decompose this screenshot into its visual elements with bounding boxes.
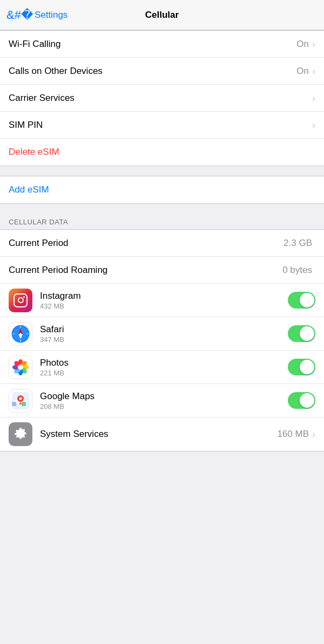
section-gap-1 xyxy=(0,166,324,176)
chevron-left-icon: &#� xyxy=(6,9,33,21)
roaming-value: 0 bytes xyxy=(282,265,312,276)
carrier-services-row[interactable]: Carrier Services › xyxy=(0,85,324,112)
safari-name: Safari xyxy=(40,324,288,335)
google-maps-name: Google Maps xyxy=(40,391,288,402)
cellular-data-section-label: CELLULAR DATA xyxy=(0,214,324,229)
gear-svg xyxy=(13,427,28,442)
page-title: Cellular xyxy=(145,10,179,20)
back-label: Settings xyxy=(35,10,68,20)
chevron-right-icon: › xyxy=(312,39,315,49)
google-maps-toggle[interactable] xyxy=(288,392,315,409)
add-esim-group: Add eSIM xyxy=(0,176,324,204)
instagram-info: Instagram 432 MB xyxy=(40,291,288,310)
add-esim-row[interactable]: Add eSIM xyxy=(0,176,324,203)
safari-compass-svg xyxy=(11,324,30,344)
wifi-calling-row[interactable]: Wi-Fi Calling On › xyxy=(0,31,324,58)
sim-pin-row[interactable]: SIM PIN › xyxy=(0,112,324,139)
google-maps-icon xyxy=(9,389,32,413)
toggle-thumb xyxy=(300,360,314,374)
svg-point-21 xyxy=(19,397,22,400)
instagram-inner-border xyxy=(14,293,28,307)
chevron-right-icon: › xyxy=(312,93,315,103)
section-gap-2 xyxy=(0,204,324,214)
current-period-label: Current Period xyxy=(9,238,284,249)
cellular-data-group: Current Period 2.3 GB Current Period Roa… xyxy=(0,229,324,451)
wifi-calling-value: On xyxy=(296,39,309,50)
instagram-row[interactable]: Instagram 432 MB xyxy=(0,284,324,317)
toggle-thumb xyxy=(300,393,314,408)
delete-esim-row[interactable]: Delete eSIM xyxy=(0,139,324,166)
safari-row[interactable]: Safari 347 MB xyxy=(0,317,324,351)
safari-info: Safari 347 MB xyxy=(40,324,288,344)
instagram-flash-icon xyxy=(23,296,25,298)
system-services-row[interactable]: System Services 160 MB › xyxy=(0,417,324,451)
safari-toggle[interactable] xyxy=(288,325,315,342)
photos-info: Photos 221 MB xyxy=(40,358,288,377)
google-maps-size: 208 MB xyxy=(40,402,288,410)
photos-size: 221 MB xyxy=(40,369,288,377)
calls-other-devices-label: Calls on Other Devices xyxy=(9,66,296,77)
system-services-icon xyxy=(9,422,32,446)
photos-toggle[interactable] xyxy=(288,359,315,375)
instagram-icon xyxy=(9,289,32,312)
current-period-roaming-row: Current Period Roaming 0 bytes xyxy=(0,257,324,284)
system-services-label: System Services xyxy=(40,429,277,440)
google-maps-info: Google Maps 208 MB xyxy=(40,391,288,410)
carrier-services-label: Carrier Services xyxy=(9,93,312,104)
add-esim-label: Add eSIM xyxy=(9,184,49,195)
delete-esim-label: Delete eSIM xyxy=(9,147,59,157)
safari-icon xyxy=(9,322,32,346)
system-services-info: System Services xyxy=(40,429,277,440)
svg-point-8 xyxy=(19,333,21,334)
system-services-value: 160 MB xyxy=(277,429,309,440)
chevron-right-icon: › xyxy=(312,429,315,439)
photos-icon xyxy=(9,355,32,379)
calls-other-devices-row[interactable]: Calls on Other Devices On › xyxy=(0,58,324,85)
photos-row[interactable]: Photos 221 MB xyxy=(0,351,324,384)
sim-pin-label: SIM PIN xyxy=(9,120,312,131)
toggle-thumb xyxy=(300,326,314,341)
google-maps-row[interactable]: Google Maps 208 MB xyxy=(0,384,324,417)
google-maps-svg xyxy=(11,391,30,410)
navigation-header: &#� Settings Cellular xyxy=(0,0,324,30)
svg-point-17 xyxy=(18,365,23,370)
photos-name: Photos xyxy=(40,358,288,368)
roaming-label: Current Period Roaming xyxy=(9,265,282,276)
instagram-name: Instagram xyxy=(40,291,288,302)
photos-flower-svg xyxy=(11,358,30,377)
toggle-thumb xyxy=(300,293,314,307)
instagram-lens-icon xyxy=(18,297,24,303)
svg-rect-23 xyxy=(12,402,16,406)
chevron-right-icon: › xyxy=(312,120,315,130)
instagram-toggle[interactable] xyxy=(288,292,315,309)
calls-other-devices-value: On xyxy=(296,66,309,77)
current-period-row: Current Period 2.3 GB xyxy=(0,230,324,257)
back-button[interactable]: &#� Settings xyxy=(6,9,68,21)
sim-settings-group: Wi-Fi Calling On › Calls on Other Device… xyxy=(0,30,324,166)
safari-size: 347 MB xyxy=(40,335,288,344)
chevron-right-icon: › xyxy=(312,66,315,76)
current-period-value: 2.3 GB xyxy=(284,238,312,249)
svg-rect-22 xyxy=(22,402,26,406)
instagram-size: 432 MB xyxy=(40,302,288,310)
wifi-calling-label: Wi-Fi Calling xyxy=(9,39,296,50)
